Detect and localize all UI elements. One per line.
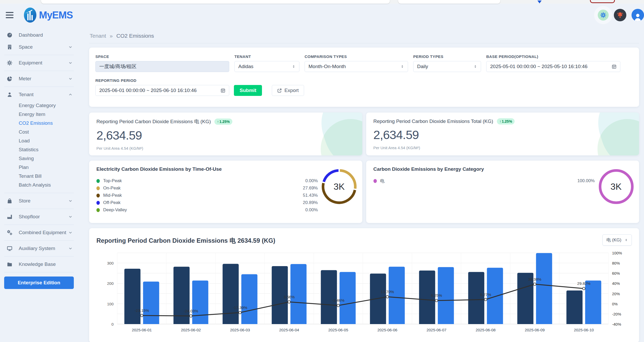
svg-text:40%: 40% [612, 281, 620, 286]
submenu-item-load[interactable]: Load [3, 136, 75, 145]
stat-card-title: Reporting Period Carbon Dioxide Emission… [96, 118, 211, 125]
submenu-item-energy-category[interactable]: Energy Category [3, 101, 75, 110]
submit-button[interactable]: Submit [234, 85, 262, 96]
monitor-icon [7, 246, 16, 251]
svg-text:2025-06-07: 2025-06-07 [426, 328, 446, 332]
user-avatar[interactable] [632, 9, 644, 21]
tenant-select-value: Adidas [238, 64, 253, 69]
settings-gear-icon[interactable] [598, 10, 609, 21]
svg-text:60%: 60% [612, 271, 620, 275]
calendar-icon [612, 64, 616, 69]
tenant-select[interactable]: Adidas [234, 61, 299, 72]
category-legend: 电 100.00% [373, 177, 595, 185]
submenu-item-cost[interactable]: Cost [3, 128, 75, 136]
legend-row-electricity[interactable]: 电 100.00% [373, 177, 595, 185]
filter-panel: SPACE TENANT Adidas COMPARISON TYPES Mon… [89, 48, 639, 107]
submenu-item-plan[interactable]: Plan [3, 163, 75, 172]
submenu-item-statistics[interactable]: Statistics [3, 145, 75, 154]
legend-dot [373, 179, 377, 183]
space-input[interactable] [95, 61, 229, 72]
svg-text:2025-06-08: 2025-06-08 [476, 328, 496, 332]
donut-center-label: 3K [596, 167, 636, 206]
notifications-bell-icon[interactable] [614, 9, 626, 21]
submenu-item-saving[interactable]: Saving [3, 154, 75, 163]
sidebar-item-knowledge-base[interactable]: Knowledge Base [3, 258, 75, 270]
legend-row-mid-peak[interactable]: Mid-Peak 51.43% [96, 192, 318, 199]
svg-text:-23.15%: -23.15% [135, 308, 149, 313]
enterprise-edition-button[interactable]: Enterprise Edition [4, 277, 74, 289]
stat-card-value: 2,634.59 [96, 128, 355, 142]
legend-dot [96, 179, 100, 183]
svg-text:-3.46%: -3.46% [332, 298, 345, 302]
hamburger-menu-icon[interactable] [6, 10, 16, 20]
svg-text:6.25%: 6.25% [431, 293, 442, 298]
bar-line-chart[interactable]: -40%-20%0%20%40%60%80%100%01002003002025… [96, 249, 632, 334]
svg-text:100%: 100% [612, 251, 622, 255]
submenu-item-energy-item[interactable]: Energy Item [3, 110, 75, 119]
sidebar-item-combined-equipment[interactable]: Combined Equipment [3, 227, 75, 239]
period-types-value: Daily [417, 64, 428, 69]
chart-unit-select[interactable]: 电 (KG) [602, 234, 632, 246]
donut-card-title: Electricity Carbon Dioxide Emissions by … [96, 166, 355, 172]
calendar-icon [221, 88, 225, 93]
sidebar-divider [4, 71, 74, 71]
sidebar-item-label: Knowledge Base [19, 261, 73, 267]
browser-addressbar-partial[interactable] [41, 0, 390, 4]
stat-card-value: 2,634.59 [373, 128, 632, 142]
sidebar-item-label: Meter [19, 76, 68, 82]
export-button[interactable]: Export [272, 85, 304, 96]
svg-text:2025-06-09: 2025-06-09 [525, 328, 545, 332]
base-period-datepicker[interactable]: 2025-05-01 00:00:00 ~ 2025-05-10 16:10:4… [486, 61, 620, 72]
svg-text:100: 100 [107, 302, 114, 306]
browser-bookmark-icon [537, 1, 542, 3]
legend-row-deep-valley[interactable]: Deep-Valley 0.00% [96, 206, 318, 214]
myems-logo-icon [24, 8, 36, 23]
period-types-label: PERIOD TYPES [413, 54, 481, 59]
svg-text:13.70%: 13.70% [381, 290, 394, 294]
base-period-value: 2025-05-01 00:00:00 ~ 2025-05-10 16:10:4… [490, 64, 588, 69]
tou-donut-chart: 3K [319, 167, 359, 206]
comparison-types-select[interactable]: Month-On-Month [305, 61, 408, 72]
time-of-use-card: Electricity Carbon Dioxide Emissions by … [89, 161, 362, 223]
sidebar-item-space[interactable]: Space [3, 41, 75, 53]
stat-card-total: Reporting Period Carbon Dioxide Emission… [366, 113, 639, 155]
submenu-item-co2-emissions[interactable]: CO2 Emissions [3, 119, 75, 128]
breadcrumb-parent[interactable]: Tenant [90, 33, 106, 39]
sidebar-item-store[interactable]: Store [3, 195, 75, 207]
export-button-label: Export [284, 88, 299, 93]
submenu-item-batch-analysis[interactable]: Batch Analysis [3, 181, 75, 189]
main-content: Tenant » CO2 Emissions SPACE TENANT Adid… [78, 27, 644, 342]
pie-chart-icon [7, 76, 16, 82]
sidebar: Dashboard Space [0, 27, 78, 342]
up-arrow-icon: ↑ [500, 119, 501, 123]
sidebar-item-dashboard[interactable]: Dashboard [3, 29, 75, 41]
select-caret-icon [625, 238, 628, 242]
legend-row-on-peak[interactable]: On-Peak 27.69% [96, 185, 318, 192]
chevron-down-icon [68, 61, 73, 65]
breadcrumb-current: CO2 Emissions [116, 33, 154, 39]
sidebar-item-label: Equipment [19, 60, 68, 66]
svg-text:29.82%: 29.82% [577, 281, 590, 286]
reporting-period-datepicker[interactable]: 2025-06-01 00:00:00 ~ 2025-06-10 16:10:4… [95, 85, 229, 96]
stat-card-subtext: Per Unit Area 4.54 (KG/M²) [373, 146, 632, 150]
sidebar-item-equipment[interactable]: Equipment [3, 57, 75, 69]
legend-row-off-peak[interactable]: Off-Peak 20.89% [96, 199, 318, 206]
sidebar-item-shopfloor[interactable]: Shopfloor [3, 211, 75, 223]
submenu-item-tenant-bill[interactable]: Tenant Bill [3, 172, 75, 181]
header-actions [598, 9, 640, 21]
sidebar-item-label: Combined Equipment [19, 230, 68, 235]
app-title: MyEMS [39, 10, 73, 21]
select-caret-icon [292, 64, 295, 69]
sidebar-item-auxiliary-system[interactable]: Auxiliary System [3, 242, 75, 254]
app-logo[interactable]: MyEMS [24, 8, 73, 23]
legend-dot [96, 194, 100, 198]
donut-center-label: 3K [319, 167, 359, 206]
period-types-select[interactable]: Daily [413, 61, 481, 72]
legend-row-top-peak[interactable]: Top-Peak 0.00% [96, 177, 318, 185]
browser-searchbox-partial[interactable] [398, 0, 500, 4]
sidebar-item-meter[interactable]: Meter [3, 73, 75, 85]
comparison-types-label: COMPARISON TYPES [305, 54, 408, 59]
sidebar-item-label: Dashboard [19, 32, 73, 38]
sidebar-divider [4, 209, 74, 209]
sidebar-item-tenant[interactable]: Tenant [3, 89, 75, 101]
